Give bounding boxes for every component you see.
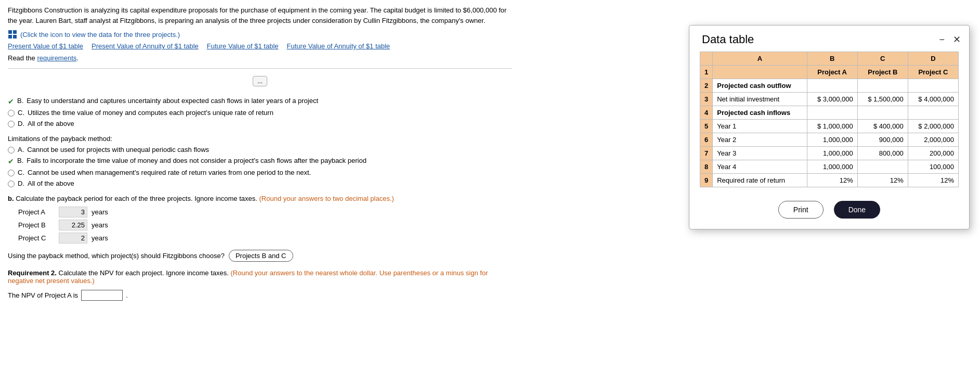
fv-annuity-link[interactable]: Future Value of Annuity of $1 table [287, 42, 390, 50]
option-c-text: Utilizes the time value of money and com… [28, 109, 273, 117]
table-row-8: 8 Year 4 1,000,000 100,000 [700, 160, 959, 174]
table-row-7: 7 Year 3 1,000,000 800,000 200,000 [700, 147, 959, 160]
limitations-section: A. Cannot be used for projects with uneq… [8, 146, 512, 187]
row-3-num: 3 [700, 93, 713, 106]
fv-1-link[interactable]: Future Value of $1 table [207, 42, 279, 50]
lim-c-text: Cannot be used when management's require… [28, 169, 311, 176]
row-4-num: 4 [700, 106, 713, 120]
modal-header: Data table − ✕ [689, 25, 969, 52]
svg-rect-2 [8, 35, 12, 39]
options-b-section: ✔ B. Easy to understand and captures unc… [8, 97, 512, 127]
row-2-col-b [807, 79, 857, 93]
lim-b-row: ✔ B. Fails to incorporate the time value… [8, 157, 512, 165]
print-button[interactable]: Print [778, 201, 824, 219]
modal-title: Data table [702, 33, 754, 46]
row-8-num: 8 [700, 160, 713, 174]
row-7-col-c: 800,000 [857, 147, 908, 160]
req2-row: The NPV of Project A is . [8, 290, 512, 301]
pv-annuity-link[interactable]: Present Value of Annuity of $1 table [92, 42, 199, 50]
lim-c-letter: C. [18, 169, 24, 176]
payback-input-b[interactable] [59, 220, 87, 231]
icon-row[interactable]: (Click the icon to view the data for the… [8, 30, 512, 39]
option-c-row: C. Utilizes the time value of money and … [8, 109, 512, 117]
req2-bold: Requirement 2. [8, 269, 57, 277]
row-9-col-a: Required rate of return [713, 174, 807, 187]
row-2-col-c [857, 79, 908, 93]
option-d-row: D. All of the above [8, 120, 512, 127]
method-answer-row: Using the payback method, which project(… [8, 250, 512, 262]
npv-input-a[interactable] [81, 290, 123, 301]
pv-1-link[interactable]: Present Value of $1 table [8, 42, 83, 50]
option-b-text: Easy to understand and captures uncertai… [27, 97, 318, 105]
check-lim-b-icon: ✔ [8, 157, 14, 165]
subheader-project-c: Project C [908, 66, 958, 79]
payback-label-b: Project B [18, 221, 55, 229]
method-question-text: Using the payback method, which project(… [8, 252, 225, 260]
lim-d-radio[interactable] [8, 181, 15, 187]
data-table-modal: Data table − ✕ A B C D 1 Project A Proje [689, 25, 970, 229]
row-3-col-b: $ 3,000,000 [807, 93, 857, 106]
payback-row-b: Project B years [18, 220, 512, 231]
row-3-col-d: $ 4,000,000 [908, 93, 958, 106]
header-col-a: A [713, 52, 807, 66]
requirements-link[interactable]: requirements [37, 54, 76, 62]
option-c-letter: C. [18, 109, 24, 117]
payback-row-a: Project A years [18, 207, 512, 217]
payback-label-a: Project A [18, 208, 55, 216]
done-button[interactable]: Done [834, 201, 880, 219]
row-7-num: 7 [700, 147, 713, 160]
row-4-col-c [857, 106, 908, 120]
table-row-3: 3 Net initial investment $ 3,000,000 $ 1… [700, 93, 959, 106]
collapse-button[interactable]: ... [253, 76, 267, 86]
row-2-col-d [908, 79, 958, 93]
lim-a-row: A. Cannot be used for projects with uneq… [8, 146, 512, 153]
svg-rect-0 [8, 30, 12, 34]
option-c-radio[interactable] [8, 110, 15, 117]
subheader-project-b: Project B [857, 66, 908, 79]
limitations-label: Limitations of the payback method: [8, 135, 512, 143]
row-5-col-d: $ 2,000,000 [908, 120, 958, 133]
icon-row-text: (Click the icon to view the data for the… [20, 31, 180, 39]
lim-d-row: D. All of the above [8, 180, 512, 187]
row-8-col-d: 100,000 [908, 160, 958, 174]
close-button[interactable]: ✕ [953, 34, 961, 45]
subheader-col-a [713, 66, 807, 79]
row-7-col-d: 200,000 [908, 147, 958, 160]
intro-paragraph: Fitzgibbons Construction is analyzing it… [8, 5, 512, 25]
req-b-text: Calculate the payback period for each of… [14, 195, 257, 202]
data-table: A B C D 1 Project A Project B Project C … [700, 52, 959, 187]
lim-a-radio[interactable] [8, 147, 15, 153]
option-b-letter: B. [17, 97, 23, 105]
subheader-project-a: Project A [807, 66, 857, 79]
header-col-b: B [807, 52, 857, 66]
row-2-num: 2 [700, 79, 713, 93]
header-col-c: C [857, 52, 908, 66]
table-row-9: 9 Required rate of return 12% 12% 12% [700, 174, 959, 187]
lim-b-text: Fails to incorporate the time value of m… [27, 157, 367, 164]
payback-input-a[interactable] [59, 207, 87, 217]
svg-rect-1 [13, 30, 17, 34]
method-answer-box[interactable]: Projects B and C [229, 250, 293, 262]
table-row-2: 2 Projected cash outflow [700, 79, 959, 93]
row-9-col-b: 12% [807, 174, 857, 187]
main-content: Fitzgibbons Construction is analyzing it… [0, 0, 520, 306]
row-3-col-c: $ 1,500,000 [857, 93, 908, 106]
npv-label: The NPV of Project A is [8, 291, 78, 299]
row-9-col-d: 12% [908, 174, 958, 187]
row-5-col-a: Year 1 [713, 120, 807, 133]
lim-a-text: Cannot be used for projects with unequal… [27, 146, 209, 153]
row-4-col-d [908, 106, 958, 120]
req-b-label: b. Calculate the payback period for each… [8, 195, 512, 202]
row-7-col-b: 1,000,000 [807, 147, 857, 160]
header-rownum [700, 52, 713, 66]
npv-period: . [126, 291, 128, 299]
check-b-icon: ✔ [8, 97, 14, 106]
row-5-col-c: $ 400,000 [857, 120, 908, 133]
option-b-row: ✔ B. Easy to understand and captures unc… [8, 97, 512, 106]
minimize-button[interactable]: − [939, 34, 945, 45]
lim-c-radio[interactable] [8, 170, 15, 176]
payback-input-c[interactable] [59, 233, 87, 244]
row-6-col-d: 2,000,000 [908, 133, 958, 147]
links-row: Present Value of $1 table Present Value … [8, 42, 512, 50]
option-d-radio[interactable] [8, 121, 15, 127]
